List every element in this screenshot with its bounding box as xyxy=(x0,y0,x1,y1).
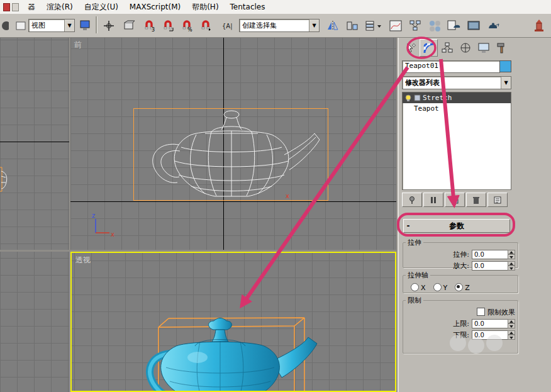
show-end-result-icon xyxy=(429,196,438,204)
curve-editor-button[interactable] xyxy=(386,16,404,35)
spinner-up-arrow[interactable] xyxy=(508,330,515,335)
schematic-view-button[interactable] xyxy=(406,16,424,35)
menu-item-rendering[interactable]: 渲染(R) xyxy=(41,2,79,13)
object-color-swatch[interactable] xyxy=(499,60,511,72)
viewport-perspective[interactable]: 透视 xyxy=(70,252,396,392)
material-editor-icon xyxy=(428,20,441,32)
axis-y-radio[interactable]: Y xyxy=(433,283,448,292)
tab-display[interactable] xyxy=(474,39,493,57)
display-tab-icon xyxy=(477,42,490,54)
show-end-result-button[interactable] xyxy=(423,193,443,207)
upper-limit-label: 上限: xyxy=(453,319,469,328)
viewport-left-top[interactable] xyxy=(0,38,69,250)
spinner-down-arrow[interactable] xyxy=(508,254,515,259)
layer-manager-button[interactable] xyxy=(362,16,385,35)
menu-item-tentacles[interactable]: Tentacles xyxy=(225,3,271,11)
named-selection-set-combo[interactable]: 创建选择集 ▼ xyxy=(239,19,320,32)
axis-constraint-button[interactable] xyxy=(530,16,548,35)
rendered-frame-icon xyxy=(467,20,480,32)
menu-item-customize[interactable]: 自定义(U) xyxy=(79,2,124,13)
keyboard-shortcut-toggle-button[interactable] xyxy=(120,16,138,35)
select-and-manipulate-button[interactable] xyxy=(99,16,118,35)
stretch-label: 拉伸: xyxy=(453,250,469,259)
render-setup-icon xyxy=(447,20,461,32)
axis-x-radio[interactable]: X xyxy=(411,283,426,292)
clipped-toolbar-icon[interactable] xyxy=(0,16,12,35)
tab-modify[interactable] xyxy=(420,39,438,57)
menu-item-partial[interactable]: 器 xyxy=(22,2,41,13)
stack-item-stretch[interactable]: Stretch xyxy=(403,92,511,103)
magnet-angle-icon xyxy=(162,20,174,32)
amplify-label: 放大: xyxy=(453,261,469,271)
tab-utilities[interactable] xyxy=(493,39,511,57)
stack-item-teapot[interactable]: Teapot xyxy=(403,103,511,114)
amplify-value[interactable]: 0.0 xyxy=(472,261,508,271)
chevron-down-icon[interactable]: ▼ xyxy=(309,20,319,31)
main-toolbar: 视图 ▼ 3 % {A| 创建选择集 ▼ xyxy=(0,14,551,38)
material-editor-button[interactable] xyxy=(425,16,443,35)
upper-limit-value[interactable]: 0.0 xyxy=(472,319,508,328)
axis-z-radio[interactable]: Z xyxy=(455,283,470,292)
view-dropdown-value: 视图 xyxy=(29,21,64,30)
stretch-group-label: 拉伸 xyxy=(406,238,423,247)
lower-limit-value[interactable]: 0.0 xyxy=(472,330,508,340)
lower-limit-spinner: 0.0 xyxy=(472,330,515,340)
utilities-hammer-icon xyxy=(496,42,508,54)
percent-snap-button[interactable]: % xyxy=(177,16,196,35)
axis-z-label: Z xyxy=(465,284,470,292)
limit-effect-checkbox[interactable]: 限制效果 xyxy=(477,308,515,317)
rendered-frame-button[interactable] xyxy=(464,16,482,35)
edit-named-selections-button[interactable]: {A| xyxy=(219,16,237,35)
tab-hierarchy[interactable] xyxy=(438,39,456,57)
remove-modifier-button[interactable] xyxy=(466,193,486,207)
viewport-front[interactable]: 前 x z x xyxy=(70,38,396,250)
stretch-axis-group-label: 拉伸轴 xyxy=(406,271,430,280)
object-name-field[interactable]: Teapot01 xyxy=(402,60,500,73)
configure-modifier-sets-button[interactable] xyxy=(487,193,508,207)
stretch-group: 拉伸 拉伸: 0.0 放大: 0.0 xyxy=(403,238,518,268)
radio-icon xyxy=(411,283,419,291)
view-dropdown[interactable]: 视图 ▼ xyxy=(28,19,75,32)
limits-group-label: 限制 xyxy=(406,296,423,305)
toolbar-icon-generic[interactable] xyxy=(11,16,30,35)
tab-motion[interactable] xyxy=(456,39,474,57)
command-panel-tabs xyxy=(401,39,511,57)
spinner-down-arrow[interactable] xyxy=(508,266,515,271)
schematic-icon xyxy=(409,20,421,32)
viewport-config-button[interactable] xyxy=(76,16,94,35)
chevron-down-icon[interactable]: ▼ xyxy=(64,20,74,31)
pin-stack-button[interactable] xyxy=(402,193,422,207)
tab-create[interactable] xyxy=(401,39,420,57)
snap-toggle-button[interactable]: 3 xyxy=(140,16,158,35)
mirror-button[interactable] xyxy=(323,16,342,35)
spinner-up-arrow[interactable] xyxy=(508,261,515,266)
spinner-up-arrow[interactable] xyxy=(508,250,515,255)
modifier-list-dropdown[interactable]: 修改器列表 ▼ xyxy=(402,76,511,89)
rollout-title: 参数 xyxy=(413,221,501,232)
configure-icon xyxy=(493,196,502,204)
chevron-down-icon[interactable]: ▼ xyxy=(501,77,511,89)
modifier-list-label: 修改器列表 xyxy=(403,78,501,87)
quick-render-button[interactable] xyxy=(484,16,502,35)
align-button[interactable] xyxy=(343,16,361,35)
teapot-shaded[interactable] xyxy=(140,313,328,392)
menu-item-help[interactable]: 帮助(H) xyxy=(186,2,224,13)
make-unique-button[interactable] xyxy=(445,193,465,207)
viewport-left-bottom[interactable] xyxy=(0,252,69,392)
stretch-axis-group: 拉伸轴 X Y Z xyxy=(403,271,518,293)
spinner-snap-button[interactable] xyxy=(196,16,214,35)
stretch-value[interactable]: 0.0 xyxy=(472,250,508,259)
axis-y-label: Y xyxy=(443,284,448,292)
render-setup-button[interactable] xyxy=(445,16,463,35)
spinner-down-arrow[interactable] xyxy=(508,335,515,340)
make-unique-icon xyxy=(450,196,459,204)
stack-item-label: Stretch xyxy=(423,94,452,102)
menu-item-maxscript[interactable]: MAXScript(M) xyxy=(124,3,186,11)
stack-item-label: Teapot xyxy=(414,104,439,113)
teapot-wireframe[interactable] xyxy=(131,106,329,206)
angle-snap-button[interactable] xyxy=(159,16,177,35)
spinner-down-arrow[interactable] xyxy=(508,323,515,328)
parameters-rollout-header[interactable]: - 参数 xyxy=(403,219,510,233)
upper-limit-spinner: 0.0 xyxy=(472,319,515,328)
spinner-up-arrow[interactable] xyxy=(508,319,515,324)
